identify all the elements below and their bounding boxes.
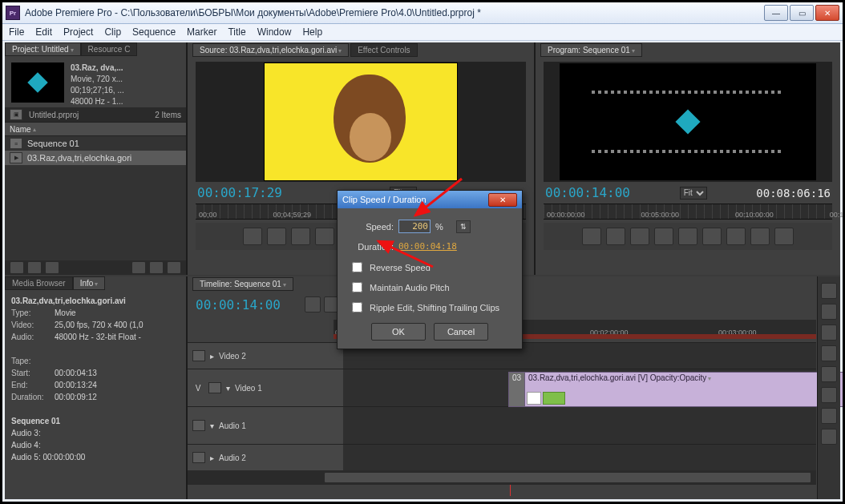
info-extra-2: Audio 4: xyxy=(11,441,41,450)
maintain-pitch-checkbox[interactable] xyxy=(352,282,362,292)
speaker-icon[interactable] xyxy=(192,452,205,463)
mark-out-button[interactable] xyxy=(606,228,625,245)
link-icon[interactable]: ⇅ xyxy=(456,220,471,233)
mark-in-button[interactable] xyxy=(582,228,601,245)
tab-resource[interactable]: Resource C xyxy=(81,42,138,56)
list-view-button[interactable] xyxy=(10,261,24,274)
icon-view-button[interactable] xyxy=(27,261,42,274)
duration-value[interactable]: 00:00:04:18 xyxy=(398,241,457,252)
menu-title[interactable]: Title xyxy=(228,26,245,38)
snap-button[interactable] xyxy=(305,296,321,312)
menu-edit[interactable]: Edit xyxy=(35,26,52,38)
list-item[interactable]: ▶ 03.Raz,dva,tri,elochka.gori xyxy=(5,151,186,165)
program-zoom[interactable]: Fit xyxy=(680,187,707,200)
info-extra-1: Audio 3: xyxy=(11,429,41,437)
tab-project[interactable]: Project: Untitled▾ xyxy=(5,42,81,56)
source-monitor[interactable] xyxy=(196,62,526,182)
speaker-icon[interactable] xyxy=(192,420,205,431)
title-sep: - xyxy=(112,7,121,18)
track-label: Video 2 xyxy=(219,352,246,361)
tab-media-browser[interactable]: Media Browser xyxy=(5,276,73,290)
program-monitor[interactable] xyxy=(544,62,832,182)
list-item[interactable]: ≡ Sequence 01 xyxy=(5,136,186,151)
razor-tool[interactable] xyxy=(821,345,837,361)
cancel-button[interactable]: Cancel xyxy=(434,323,488,341)
hand-tool[interactable] xyxy=(821,408,837,424)
step-back-button[interactable] xyxy=(630,228,649,245)
track-video-1: V ▾ Video 1 03 03.Raz,dva,tri,elochka.go… xyxy=(188,369,816,406)
list-item-label: 03.Raz,dva,tri,elochka.gori xyxy=(27,153,131,163)
tab-effect-controls[interactable]: Effect Controls xyxy=(350,43,417,57)
clip-thumbnail xyxy=(11,62,64,103)
menu-file[interactable]: File xyxy=(9,26,24,38)
info-duration: 00:00:09:12 xyxy=(55,393,97,401)
loop-button[interactable] xyxy=(702,228,722,245)
bin-icon[interactable]: ▣ xyxy=(10,109,22,120)
goto-in-button[interactable] xyxy=(291,228,310,245)
info-type: Movie xyxy=(55,308,76,317)
sequence-icon: ≡ xyxy=(10,138,22,149)
menu-bar: File Edit Project Clip Sequence Marker T… xyxy=(2,24,843,41)
program-ruler[interactable]: 00:00:00:00 00:05:00:00 00:10:00:00 00:1… xyxy=(544,204,832,220)
extract-button[interactable] xyxy=(750,228,770,245)
track-body[interactable]: 03 03.Raz,dva,tri,elochka.gori.avi [V] O… xyxy=(343,369,816,406)
pen-tool[interactable] xyxy=(821,387,837,403)
speed-input[interactable] xyxy=(398,220,431,233)
ripple-tool[interactable] xyxy=(821,325,837,341)
step-back-button[interactable] xyxy=(315,228,334,245)
maximize-button[interactable]: ▭ xyxy=(790,5,814,21)
clip-meta-1: Movie, 720 x... xyxy=(71,75,123,83)
source-timecode[interactable]: 00:00:17:29 xyxy=(197,185,282,200)
info-audio: 48000 Hz - 32-bit Float - xyxy=(55,333,141,341)
menu-sequence[interactable]: Sequence xyxy=(132,26,176,38)
reverse-speed-label: Reverse Speed xyxy=(370,263,431,272)
info-end: 00:00:13:24 xyxy=(55,381,97,389)
project-panel: Project: Untitled▾ Resource C 03.Raz, dv… xyxy=(5,42,188,275)
timeline-timecode[interactable]: 00:00:14:00 xyxy=(196,297,281,312)
export-frame-button[interactable] xyxy=(774,228,794,245)
zoom-scrollbar[interactable] xyxy=(324,472,811,483)
lift-button[interactable] xyxy=(726,228,746,245)
new-item-button[interactable] xyxy=(149,261,164,274)
trash-button[interactable] xyxy=(167,261,181,274)
menu-project[interactable]: Project xyxy=(63,26,93,38)
minimize-button[interactable]: — xyxy=(764,5,788,21)
eye-icon[interactable] xyxy=(208,382,221,393)
close-button[interactable]: ✕ xyxy=(815,5,839,21)
eye-icon[interactable] xyxy=(192,350,205,361)
track-body[interactable] xyxy=(343,445,816,470)
track-select-tool[interactable] xyxy=(821,304,837,320)
ok-button[interactable]: OK xyxy=(371,323,426,341)
new-bin-button[interactable] xyxy=(131,261,146,274)
tab-info[interactable]: Info▾ xyxy=(73,276,106,290)
zoom-tool[interactable] xyxy=(821,429,837,445)
mark-in-button[interactable] xyxy=(243,228,262,245)
tab-timeline[interactable]: Timeline: Sequence 01▾ xyxy=(192,277,293,291)
document-path: C:\Пользователи\БОБРЫ\Мои документы\Adob… xyxy=(120,7,480,18)
menu-window[interactable]: Window xyxy=(257,26,292,38)
dialog-close-button[interactable]: ✕ xyxy=(488,193,517,207)
menu-clip[interactable]: Clip xyxy=(104,26,121,38)
track-body[interactable] xyxy=(343,407,816,444)
slip-tool[interactable] xyxy=(821,366,837,382)
source-frame xyxy=(264,62,458,181)
tab-source[interactable]: Source: 03.Raz,dva,tri,elochka.gori.avi▾ xyxy=(192,43,349,57)
clip-segment[interactable]: 03.Raz,dva,tri,elochka.gori.avi [V] Opac… xyxy=(524,372,845,407)
program-timecode-left[interactable]: 00:00:14:00 xyxy=(545,185,630,200)
track-label: Audio 1 xyxy=(219,421,246,430)
find-button[interactable] xyxy=(45,261,59,274)
track-audio-1: ▾Audio 1 xyxy=(188,406,816,444)
clip-meta-3: 48000 Hz - 1... xyxy=(71,97,123,106)
step-fwd-button[interactable] xyxy=(678,228,697,245)
selection-tool[interactable] xyxy=(821,283,837,299)
ripple-edit-checkbox[interactable] xyxy=(352,302,362,312)
column-name[interactable]: Name ▴ xyxy=(5,122,186,136)
tab-program[interactable]: Program: Sequence 01▾ xyxy=(540,43,642,57)
menu-help[interactable]: Help xyxy=(302,26,322,38)
clip-thumb-icon xyxy=(527,392,541,405)
reverse-speed-checkbox[interactable] xyxy=(352,262,362,272)
play-button[interactable] xyxy=(654,228,673,245)
mark-out-button[interactable] xyxy=(267,228,286,245)
menu-marker[interactable]: Marker xyxy=(187,26,216,38)
track-label: Video 1 xyxy=(235,384,262,393)
